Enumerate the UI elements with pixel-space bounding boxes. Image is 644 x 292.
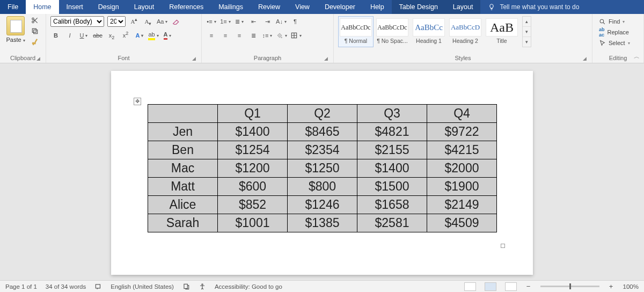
bold-button[interactable]: B (50, 30, 61, 41)
table-row[interactable]: Jen$1400$8465$4821$9722 (148, 123, 497, 141)
table-row[interactable]: Matt$600$800$1500$1900 (148, 178, 497, 196)
justify-button[interactable]: ≣ (248, 30, 259, 41)
change-case-button[interactable]: Aa (157, 16, 167, 27)
zoom-value[interactable]: 100% (623, 283, 639, 290)
tab-home[interactable]: Home (26, 0, 58, 14)
italic-button[interactable]: I (64, 30, 75, 41)
tab-review[interactable]: Review (251, 0, 288, 14)
replace-button[interactable]: abac Replace (597, 27, 639, 38)
table-cell[interactable]: Ben (148, 141, 218, 159)
table-row[interactable]: Ben$1254$2354$2155$4215 (148, 141, 497, 159)
table-header-cell[interactable]: Q2 (288, 105, 357, 123)
underline-button[interactable]: U (78, 30, 89, 41)
font-size-select[interactable]: 20 (107, 16, 126, 27)
view-print-layout-button[interactable] (485, 282, 496, 291)
table-cell[interactable]: $4215 (427, 141, 497, 159)
find-button[interactable]: Find▾ (597, 16, 639, 27)
table-cell[interactable]: $1246 (288, 196, 357, 214)
dialog-launcher-icon[interactable]: ◢ (192, 56, 196, 61)
sort-button[interactable]: A↓ (276, 16, 287, 27)
line-spacing-button[interactable]: ↕≡ (262, 30, 273, 41)
tab-view[interactable]: View (288, 0, 317, 14)
table-header-row[interactable]: Q1Q2Q3Q4 (148, 105, 497, 123)
tab-file[interactable]: File (0, 0, 26, 14)
multilevel-button[interactable]: ≣ (234, 16, 245, 27)
tab-layout[interactable]: Layout (445, 0, 481, 14)
table-cell[interactable]: $1200 (218, 159, 288, 178)
decrease-indent-button[interactable]: ⇤ (248, 16, 259, 27)
highlight-button[interactable]: ab (148, 30, 159, 41)
track-changes-icon[interactable] (182, 283, 190, 290)
table-header-cell[interactable]: Q3 (357, 105, 427, 123)
table-cell[interactable]: $4509 (427, 214, 497, 232)
tell-me-search[interactable] (480, 0, 639, 14)
borders-button[interactable] (290, 30, 302, 41)
chevron-up-icon[interactable]: ▴ (523, 17, 531, 27)
table-cell[interactable]: Sarah (148, 214, 218, 232)
table-cell[interactable]: $1385 (288, 214, 357, 232)
status-page[interactable]: Page 1 of 1 (5, 283, 37, 290)
table-cell[interactable]: $1400 (218, 123, 288, 141)
shading-button[interactable] (276, 30, 287, 41)
dialog-launcher-icon[interactable]: ◢ (36, 56, 40, 61)
collapse-ribbon-button[interactable]: ︿ (634, 53, 640, 61)
numbering-button[interactable]: 1≡ (220, 16, 231, 27)
zoom-out-button[interactable]: − (525, 282, 532, 290)
tab-table-design[interactable]: Table Design (392, 0, 445, 14)
table-cell[interactable]: $852 (218, 196, 288, 214)
table-move-handle[interactable]: ✥ (134, 98, 141, 105)
format-painter-button[interactable] (30, 38, 40, 46)
superscript-button[interactable]: x2 (120, 30, 131, 41)
style-title[interactable]: AaBTitle (484, 16, 519, 47)
copy-button[interactable] (30, 27, 40, 35)
table-cell[interactable]: Matt (148, 178, 218, 196)
table-cell[interactable]: $1250 (288, 159, 357, 178)
zoom-thumb[interactable] (569, 283, 571, 289)
style--normal[interactable]: AaBbCcDc¶ Normal (338, 16, 374, 47)
table-cell[interactable]: $2155 (357, 141, 427, 159)
styles-gallery-scroll[interactable]: ▴ ▾ ▾ (522, 16, 531, 47)
table-cell[interactable]: $2354 (288, 141, 357, 159)
share-button[interactable]: Share (639, 0, 644, 14)
chevron-down-icon[interactable]: ▾ (523, 27, 531, 37)
subscript-button[interactable]: x2 (106, 30, 117, 41)
tab-design[interactable]: Design (91, 0, 127, 14)
dialog-launcher-icon[interactable]: ◢ (583, 56, 587, 61)
clear-format-button[interactable] (171, 16, 181, 27)
select-button[interactable]: Select▾ (597, 38, 639, 48)
table-cell[interactable]: $1900 (427, 178, 497, 196)
table-cell[interactable]: $4821 (357, 123, 427, 141)
view-web-layout-button[interactable] (505, 282, 517, 291)
show-marks-button[interactable]: ¶ (290, 16, 301, 27)
align-left-button[interactable]: ≡ (206, 30, 217, 41)
table-cell[interactable]: $800 (288, 178, 357, 196)
tab-mailings[interactable]: Mailings (211, 0, 251, 14)
tab-developer[interactable]: Developer (317, 0, 363, 14)
tab-references[interactable]: References (162, 0, 211, 14)
tab-insert[interactable]: Insert (59, 0, 91, 14)
tab-help[interactable]: Help (363, 0, 392, 14)
zoom-in-button[interactable]: + (608, 282, 614, 290)
spellcheck-icon[interactable] (94, 283, 102, 290)
table-cell[interactable]: $1001 (218, 214, 288, 232)
status-language[interactable]: English (United States) (111, 283, 174, 290)
bullets-button[interactable]: •≡ (206, 16, 217, 27)
table-header-cell[interactable] (148, 105, 218, 123)
shrink-font-button[interactable]: A▾ (143, 16, 153, 27)
table-row[interactable]: Alice$852$1246$1658$2149 (148, 196, 497, 214)
align-center-button[interactable]: ≡ (220, 30, 231, 41)
table-cell[interactable]: $9722 (427, 123, 497, 141)
table-row[interactable]: Mac$1200$1250$1400$2000 (148, 159, 497, 178)
document-canvas[interactable]: ✥ Q1Q2Q3Q4Jen$1400$8465$4821$9722Ben$125… (0, 63, 644, 280)
more-icon[interactable]: ▾ (523, 37, 531, 47)
document-table[interactable]: Q1Q2Q3Q4Jen$1400$8465$4821$9722Ben$1254$… (148, 104, 497, 232)
style-heading-1[interactable]: AaBbCcHeading 1 (411, 16, 447, 47)
table-cell[interactable]: $2581 (357, 214, 427, 232)
strike-button[interactable]: abc (92, 30, 103, 41)
paste-button[interactable]: Paste (4, 16, 27, 43)
table-cell[interactable]: $1254 (218, 141, 288, 159)
style--no-spac-[interactable]: AaBbCcDc¶ No Spac... (375, 16, 410, 47)
font-family-select[interactable]: Calibri (Body) (50, 16, 104, 27)
tab-layout[interactable]: Layout (127, 0, 162, 14)
table-header-cell[interactable]: Q1 (218, 105, 288, 123)
